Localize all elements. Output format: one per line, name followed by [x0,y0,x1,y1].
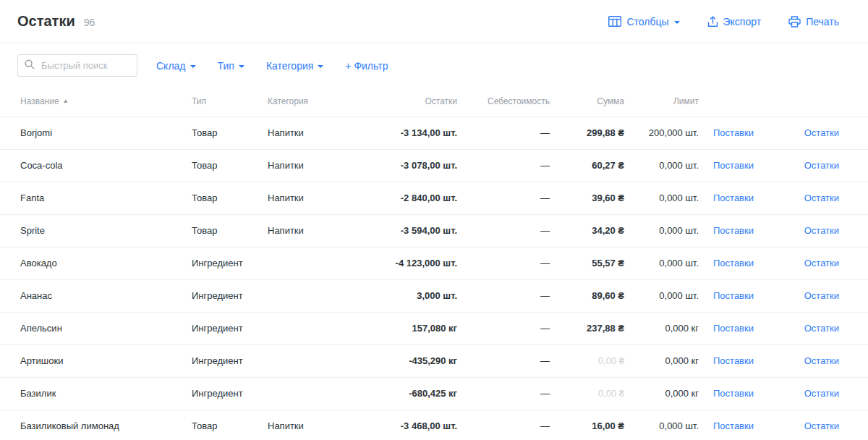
cell-name: Borjomi [0,117,184,149]
cell-sum: 34,20 ₴ [557,214,631,247]
table-row[interactable]: Ананас Ингредиент 3,000 шт. — 89,60 ₴ 0,… [0,279,868,312]
cell-type: Товар [184,410,260,440]
table-row[interactable]: Базиликовый лимонад Товар Напитки -3 468… [0,410,868,440]
cell-limit: 0,000 шт. [631,279,706,312]
cell-cost: — [464,182,557,214]
columns-button-label: Столбцы [626,16,668,28]
col-header-sum[interactable]: Сумма [557,86,631,117]
sort-asc-icon: ▲ [63,98,69,104]
col-header-name-label: Название [20,96,59,106]
cell-limit: 0,000 шт. [631,214,706,247]
supplies-link[interactable]: Поставки [713,225,754,236]
add-filter-button[interactable]: + Фильтр [345,60,388,72]
supplies-link[interactable]: Поставки [713,127,754,138]
caret-down-icon [318,65,323,68]
row-stock-link[interactable]: Остатки [804,388,839,399]
filter-warehouse-label: Склад [156,60,186,72]
cell-category: Напитки [260,117,340,149]
supplies-link[interactable]: Поставки [713,258,754,268]
search-input[interactable] [40,59,130,72]
supplies-link[interactable]: Поставки [713,323,754,334]
col-header-category[interactable]: Категория [260,86,340,117]
col-header-type[interactable]: Тип [184,86,260,117]
cell-limit: 0,000 шт. [631,149,706,182]
row-stock-link[interactable]: Остатки [804,290,839,301]
cell-name: Апельсин [0,312,184,344]
columns-button[interactable]: Столбцы [608,16,679,28]
row-stock-link[interactable]: Остатки [804,192,839,203]
cell-limit: 0,000 кг [631,312,706,344]
cell-name: Sprite [0,214,184,247]
table-row[interactable]: Апельсин Ингредиент 157,080 кг — 237,88 … [0,312,868,344]
page-title: Остатки [17,13,75,30]
row-stock-link[interactable]: Остатки [804,258,839,268]
cell-stock: 3,000 шт. [340,279,464,312]
cell-limit: 200,000 шт. [631,117,706,149]
col-header-stock[interactable]: Остатки [340,86,464,117]
export-button[interactable]: Экспорт [707,16,762,28]
row-stock-link[interactable]: Остатки [804,225,839,236]
supplies-link[interactable]: Поставки [713,355,754,366]
col-header-limit[interactable]: Лимит [631,86,706,117]
header-actions: Столбцы Экспорт Печать [608,16,839,28]
supplies-link[interactable]: Поставки [713,420,754,431]
cell-sum: 0,00 ₴ [557,377,631,410]
supplies-link[interactable]: Поставки [713,160,754,171]
table-row[interactable]: Sprite Товар Напитки -3 594,00 шт. — 34,… [0,214,868,247]
row-stock-link[interactable]: Остатки [804,323,839,334]
cell-category: Напитки [260,410,340,440]
table-row[interactable]: Coca-cola Товар Напитки -3 078,00 шт. — … [0,149,868,182]
cell-name: Ананас [0,279,184,312]
cell-category [260,247,340,279]
cell-type: Ингредиент [184,312,260,344]
columns-icon [608,16,621,27]
cell-sum: 299,88 ₴ [557,117,631,149]
supplies-link[interactable]: Поставки [713,192,754,203]
col-header-supplies-actions [706,86,771,117]
filter-warehouse[interactable]: Склад [156,60,196,72]
table-row[interactable]: Артишоки Ингредиент -435,290 кг — 0,00 ₴… [0,344,868,377]
search-box[interactable] [17,54,137,77]
cell-type: Ингредиент [184,247,260,279]
cell-type: Товар [184,214,260,247]
row-stock-link[interactable]: Остатки [804,160,839,171]
cell-sum: 237,88 ₴ [557,312,631,344]
row-stock-link[interactable]: Остатки [804,127,839,138]
col-header-cost[interactable]: Себестоимость [464,86,557,117]
row-stock-link[interactable]: Остатки [804,355,839,366]
cell-stock: -3 468,00 шт. [340,410,464,440]
filter-type-label: Тип [218,60,234,72]
records-count: 96 [84,17,95,28]
supplies-link[interactable]: Поставки [713,290,754,301]
supplies-link[interactable]: Поставки [713,388,754,399]
cell-type: Товар [184,149,260,182]
cell-sum: 60,27 ₴ [557,149,631,182]
cell-stock: -3 134,00 шт. [340,117,464,149]
cell-cost: — [464,312,557,344]
export-button-label: Экспорт [723,16,762,28]
table-row[interactable]: Авокадо Ингредиент -4 123,000 шт. — 55,5… [0,247,868,279]
filters: Склад Тип Категория + Фильтр [156,60,388,72]
cell-cost: — [464,344,557,377]
filter-type[interactable]: Тип [218,60,244,72]
cell-stock: -3 594,00 шт. [340,214,464,247]
table-row[interactable]: Borjomi Товар Напитки -3 134,00 шт. — 29… [0,117,868,149]
cell-cost: — [464,149,557,182]
filter-category[interactable]: Категория [266,60,323,72]
cell-category [260,344,340,377]
cell-type: Товар [184,182,260,214]
cell-cost: — [464,247,557,279]
col-header-name[interactable]: Название▲ [0,86,184,117]
cell-stock: -4 123,000 шт. [340,247,464,279]
stock-table: Название▲ Тип Категория Остатки Себестои… [0,86,868,440]
cell-type: Ингредиент [184,377,260,410]
table-body: Borjomi Товар Напитки -3 134,00 шт. — 29… [0,117,868,440]
caret-down-icon [674,21,680,24]
cell-cost: — [464,117,557,149]
cell-stock: -435,290 кг [340,344,464,377]
cell-stock: -2 840,00 шт. [340,182,464,214]
print-button[interactable]: Печать [788,16,839,28]
row-stock-link[interactable]: Остатки [804,420,839,431]
table-row[interactable]: Fanta Товар Напитки -2 840,00 шт. — 39,6… [0,182,868,214]
table-row[interactable]: Базилик Ингредиент -680,425 кг — 0,00 ₴ … [0,377,868,410]
